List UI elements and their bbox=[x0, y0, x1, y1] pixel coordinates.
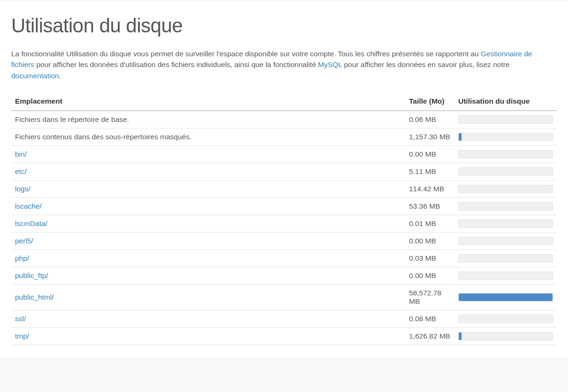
usage-bar-fill bbox=[459, 294, 553, 301]
location-cell: perl5/ bbox=[11, 232, 405, 249]
size-cell: 58,572.78 MB bbox=[405, 284, 454, 310]
page-title: Utilisation du disque bbox=[11, 0, 557, 48]
size-cell: 0.00 MB bbox=[405, 232, 454, 249]
location-cell: tmp/ bbox=[11, 327, 405, 345]
size-cell: 53.36 MB bbox=[405, 197, 454, 215]
usage-cell bbox=[454, 284, 557, 310]
usage-bar bbox=[458, 150, 553, 158]
intro-part3: pour afficher les données en savoir plus… bbox=[342, 60, 509, 68]
table-row: bin/0.00 MB bbox=[11, 145, 557, 163]
table-row: etc/5.11 MB bbox=[11, 163, 557, 180]
directory-link[interactable]: etc/ bbox=[15, 167, 27, 175]
col-header-usage: Utilisation du disque bbox=[454, 92, 557, 111]
size-cell: 0.00 MB bbox=[405, 145, 454, 163]
intro-text: La fonctionnalité Utilisation du disque … bbox=[11, 48, 557, 81]
size-cell: 0.06 MB bbox=[405, 111, 454, 128]
usage-bar bbox=[458, 254, 553, 263]
intro-part1: La fonctionnalité Utilisation du disque … bbox=[11, 50, 481, 58]
documentation-link[interactable]: documentation bbox=[11, 72, 59, 80]
location-cell: public_html/ bbox=[11, 284, 405, 310]
usage-bar bbox=[458, 237, 553, 245]
size-cell: 0.03 MB bbox=[405, 249, 454, 267]
usage-bar bbox=[458, 133, 553, 141]
size-cell: 0.08 MB bbox=[405, 310, 454, 327]
location-cell: Fichiers dans le répertoire de base. bbox=[11, 111, 405, 128]
col-header-size: Taille (Mo) bbox=[405, 92, 454, 111]
usage-cell bbox=[454, 232, 557, 249]
table-row: ssl/0.08 MB bbox=[11, 310, 557, 327]
usage-cell bbox=[454, 180, 557, 197]
usage-cell bbox=[454, 163, 557, 180]
location-cell: lscmData/ bbox=[11, 215, 405, 232]
table-row: lscache/53.36 MB bbox=[11, 197, 557, 215]
usage-bar bbox=[458, 271, 553, 280]
table-row: public_html/58,572.78 MB bbox=[11, 284, 557, 310]
usage-bar bbox=[458, 293, 553, 302]
directory-link[interactable]: tmp/ bbox=[15, 332, 29, 340]
usage-bar bbox=[458, 185, 553, 193]
usage-cell bbox=[454, 249, 557, 267]
directory-link[interactable]: logs/ bbox=[15, 185, 30, 193]
usage-bar-fill bbox=[459, 332, 462, 340]
size-cell: 1,157.30 MB bbox=[405, 128, 454, 145]
directory-link[interactable]: lscache/ bbox=[15, 202, 42, 210]
location-cell: etc/ bbox=[11, 163, 405, 180]
mysql-link[interactable]: MySQL bbox=[318, 60, 342, 68]
usage-cell bbox=[454, 197, 557, 215]
directory-link[interactable]: php/ bbox=[15, 254, 29, 262]
size-cell: 1,626.82 MB bbox=[405, 327, 454, 345]
table-row: lscmData/0.01 MB bbox=[11, 215, 557, 232]
usage-bar bbox=[458, 332, 553, 340]
disk-usage-page: Utilisation du disque La fonctionnalité … bbox=[0, 0, 568, 356]
location-cell: Fichiers contenus dans des sous-répertoi… bbox=[11, 128, 405, 145]
table-row: Fichiers contenus dans des sous-répertoi… bbox=[11, 128, 557, 145]
table-row: public_ftp/0.00 MB bbox=[11, 267, 557, 284]
directory-link[interactable]: ssl/ bbox=[15, 315, 26, 323]
table-header-row: Emplacement Taille (Mo) Utilisation du d… bbox=[11, 92, 557, 111]
location-cell: public_ftp/ bbox=[11, 267, 405, 284]
size-cell: 114.42 MB bbox=[405, 180, 454, 197]
usage-bar bbox=[458, 115, 553, 124]
location-cell: ssl/ bbox=[11, 310, 405, 327]
usage-bar bbox=[458, 219, 553, 228]
usage-cell bbox=[454, 215, 557, 232]
usage-bar bbox=[458, 167, 553, 176]
col-header-location: Emplacement bbox=[11, 92, 405, 111]
usage-bar bbox=[458, 315, 553, 323]
location-cell: logs/ bbox=[11, 180, 405, 197]
size-cell: 0.00 MB bbox=[405, 267, 454, 284]
directory-link[interactable]: bin/ bbox=[15, 150, 27, 158]
location-label: Fichiers contenus dans des sous-répertoi… bbox=[15, 133, 192, 141]
table-row: Fichiers dans le répertoire de base.0.06… bbox=[11, 111, 557, 128]
usage-cell bbox=[454, 267, 557, 284]
location-cell: lscache/ bbox=[11, 197, 405, 215]
directory-link[interactable]: public_html/ bbox=[15, 293, 54, 301]
directory-link[interactable]: public_ftp/ bbox=[15, 271, 48, 279]
usage-cell bbox=[454, 327, 557, 345]
disk-usage-table: Emplacement Taille (Mo) Utilisation du d… bbox=[11, 92, 557, 345]
location-cell: bin/ bbox=[11, 145, 405, 163]
usage-bar-fill bbox=[459, 133, 462, 141]
usage-cell bbox=[454, 310, 557, 327]
table-row: php/0.03 MB bbox=[11, 249, 557, 267]
usage-bar bbox=[458, 202, 553, 211]
directory-link[interactable]: lscmData/ bbox=[15, 219, 47, 227]
location-label: Fichiers dans le répertoire de base. bbox=[15, 115, 129, 123]
intro-part2: pour afficher les données d'utilisation … bbox=[34, 60, 318, 68]
table-row: tmp/1,626.82 MB bbox=[11, 327, 557, 345]
usage-cell bbox=[454, 111, 557, 128]
size-cell: 0.01 MB bbox=[405, 215, 454, 232]
size-cell: 5.11 MB bbox=[405, 163, 454, 180]
intro-part4: . bbox=[59, 72, 61, 80]
usage-cell bbox=[454, 128, 557, 145]
table-row: perl5/0.00 MB bbox=[11, 232, 557, 249]
location-cell: php/ bbox=[11, 249, 405, 267]
directory-link[interactable]: perl5/ bbox=[15, 237, 33, 245]
table-row: logs/114.42 MB bbox=[11, 180, 557, 197]
usage-cell bbox=[454, 145, 557, 163]
